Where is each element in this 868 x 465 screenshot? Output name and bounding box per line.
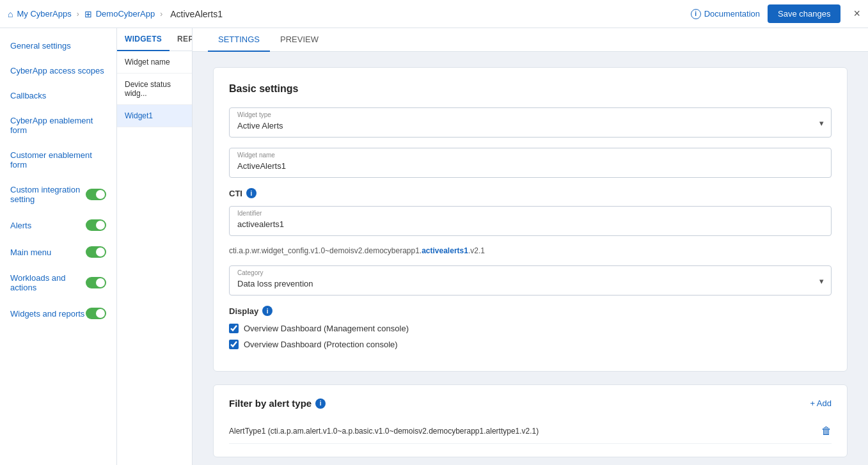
identifier-label: Identifier xyxy=(237,210,262,217)
add-filter-button[interactable]: + Add xyxy=(810,398,832,408)
display-section-title: Display i xyxy=(229,306,832,316)
category-label: Category xyxy=(237,269,264,276)
page-title: ActiveAlerts1 xyxy=(170,9,223,19)
alerts-toggle[interactable] xyxy=(86,219,106,231)
widget-name-label: Widget name xyxy=(237,152,275,159)
info-circle-icon: i xyxy=(691,9,701,19)
sidebar-item-enablement[interactable]: CyberApp enablement form xyxy=(0,108,116,143)
sidebar: General settings CyberApp access scopes … xyxy=(0,28,117,465)
sidebar-item-alerts[interactable]: Alerts xyxy=(0,212,116,239)
category-group: Category Data loss prevention xyxy=(229,265,832,296)
filter-info-icon[interactable]: i xyxy=(315,398,326,409)
basic-settings-card: Basic settings Widget type Active Alerts… xyxy=(213,67,848,372)
widget-type-label: Widget type xyxy=(237,111,271,118)
cti-section-title: CTI i xyxy=(229,188,832,198)
delete-alert-type-button[interactable]: 🗑 xyxy=(821,425,832,437)
grid-icon: ⊞ xyxy=(84,9,92,19)
widget-name-group: Widget name xyxy=(229,148,832,178)
widget-type-select-wrap: Widget type Active Alerts xyxy=(229,107,832,138)
tab-widgets[interactable]: WIDGETS xyxy=(117,28,170,51)
alert-type-row: AlertType1 (cti.a.p.am.alert.v1.0~a.p.ba… xyxy=(229,419,832,444)
close-button[interactable]: × xyxy=(853,7,860,20)
documentation-link[interactable]: i Documentation xyxy=(691,9,760,19)
widget-list-item-name[interactable]: Widget name xyxy=(117,51,192,74)
checkbox-prot-label: Overview Dashboard (Protection console) xyxy=(244,340,398,349)
tab-reports[interactable]: REPO... xyxy=(170,28,193,51)
sidebar-item-scopes[interactable]: CyberApp access scopes xyxy=(0,58,116,83)
sidebar-item-main-menu[interactable]: Main menu xyxy=(0,239,116,265)
widget-name-input[interactable] xyxy=(229,148,832,178)
top-bar-right: i Documentation Save changes × xyxy=(691,4,860,23)
display-info-icon[interactable]: i xyxy=(262,306,272,316)
tab-settings[interactable]: SETTINGS xyxy=(208,28,270,52)
widget-type-select[interactable]: Active Alerts xyxy=(229,107,832,138)
checkbox-overview-mgmt: Overview Dashboard (Management console) xyxy=(229,324,832,333)
alert-type-label: AlertType1 (cti.a.p.am.alert.v1.0~a.p.ba… xyxy=(229,427,539,436)
cti-info-icon[interactable]: i xyxy=(246,188,256,198)
widget-type-group: Widget type Active Alerts xyxy=(229,107,832,138)
breadcrumb-home[interactable]: ⌂ My CyberApps xyxy=(8,9,72,19)
filter-card-title: Filter by alert type i xyxy=(229,398,326,409)
main-layout: General settings CyberApp access scopes … xyxy=(0,28,868,465)
breadcrumb-app[interactable]: ⊞ DemoCyberApp xyxy=(84,9,155,19)
sidebar-item-custom-integration[interactable]: Custom integration setting xyxy=(0,177,116,212)
cti-id-text: cti.a.p.wr.widget_config.v1.0~demoisv2.d… xyxy=(229,246,832,255)
widgets-reports-toggle[interactable] xyxy=(86,308,106,319)
widgets-panel: WIDGETS REPO... Widget name Device statu… xyxy=(117,28,193,465)
widget-list-item-device[interactable]: Device status widg... xyxy=(117,74,192,105)
basic-settings-title: Basic settings xyxy=(229,83,832,95)
filter-card: Filter by alert type i + Add AlertType1 … xyxy=(213,384,848,457)
top-bar: ⌂ My CyberApps › ⊞ DemoCyberApp › Active… xyxy=(0,0,868,28)
breadcrumb: ⌂ My CyberApps › ⊞ DemoCyberApp › Active… xyxy=(8,9,223,19)
custom-integration-toggle[interactable] xyxy=(86,189,106,200)
main-menu-toggle[interactable] xyxy=(86,246,106,258)
widget-list-item-widget1[interactable]: Widget1 xyxy=(117,105,192,127)
home-icon: ⌂ xyxy=(8,9,13,19)
save-changes-button[interactable]: Save changes xyxy=(768,4,840,23)
workloads-toggle[interactable] xyxy=(86,277,106,288)
sidebar-item-general[interactable]: General settings xyxy=(0,33,116,58)
sidebar-item-customer[interactable]: Customer enablement form xyxy=(0,143,116,177)
sidebar-item-workloads[interactable]: Workloads and actions xyxy=(0,265,116,300)
category-select[interactable]: Data loss prevention xyxy=(229,265,832,296)
content-area: SETTINGS PREVIEW Basic settings Widget t… xyxy=(193,28,868,465)
widgets-tabs-row: WIDGETS REPO... xyxy=(117,28,192,51)
checkbox-mgmt-label: Overview Dashboard (Management console) xyxy=(244,324,409,333)
identifier-group: Identifier xyxy=(229,206,832,236)
sidebar-item-widgets-reports[interactable]: Widgets and reports xyxy=(0,300,116,327)
breadcrumb-sep2: › xyxy=(160,10,162,19)
tab-preview[interactable]: PREVIEW xyxy=(270,28,329,51)
category-select-wrap: Category Data loss prevention xyxy=(229,265,832,296)
checkbox-prot-input[interactable] xyxy=(229,340,239,349)
filter-card-header: Filter by alert type i + Add xyxy=(229,398,832,409)
checkbox-mgmt-input[interactable] xyxy=(229,324,239,333)
inner-tabs-row: SETTINGS PREVIEW xyxy=(193,28,868,52)
settings-content: Basic settings Widget type Active Alerts… xyxy=(193,52,868,465)
identifier-input[interactable] xyxy=(229,206,832,236)
breadcrumb-sep1: › xyxy=(77,10,79,19)
sidebar-item-callbacks[interactable]: Callbacks xyxy=(0,83,116,108)
checkbox-overview-prot: Overview Dashboard (Protection console) xyxy=(229,340,832,349)
